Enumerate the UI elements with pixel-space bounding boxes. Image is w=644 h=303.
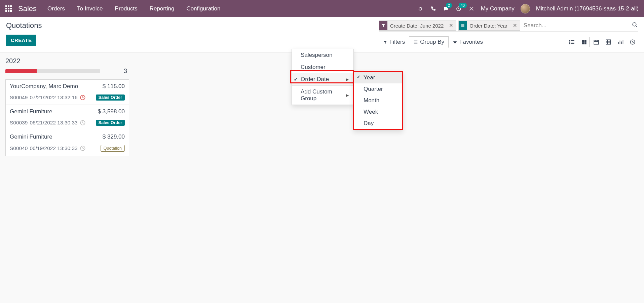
view-list[interactable] bbox=[567, 37, 577, 47]
menu-orders[interactable]: Orders bbox=[47, 5, 65, 12]
kanban-card[interactable]: Gemini Furniture$ 3,598.00 S00039 06/21/… bbox=[6, 105, 129, 130]
svg-point-20 bbox=[569, 40, 570, 41]
groupby-toggle[interactable]: Group By bbox=[409, 36, 449, 48]
control-panel: Quotations CREATE Create Date: June 2022… bbox=[0, 17, 644, 52]
company-switcher[interactable]: My Company bbox=[481, 5, 515, 12]
page-title: Quotations bbox=[6, 21, 42, 30]
view-switcher bbox=[567, 37, 638, 47]
status-badge: Quotation bbox=[101, 145, 125, 152]
top-nav: Sales Orders To Invoice Products Reporti… bbox=[0, 0, 644, 17]
menu-products[interactable]: Products bbox=[115, 5, 138, 12]
activities-icon[interactable]: 40 bbox=[455, 5, 462, 12]
view-activity[interactable] bbox=[627, 37, 638, 47]
groupby-customer[interactable]: Customer bbox=[292, 61, 353, 73]
main-menu: Orders To Invoice Products Reporting Con… bbox=[47, 5, 220, 12]
card-amount: $ 329.00 bbox=[103, 134, 125, 140]
app-brand[interactable]: Sales bbox=[18, 4, 37, 13]
card-date: 06/19/2022 13:30:33 bbox=[30, 145, 77, 151]
messages-icon[interactable]: 2 bbox=[443, 5, 449, 12]
caret-right-icon: ▶ bbox=[346, 77, 349, 82]
nav-right: 2 40 My Company Mitchell Admin (17694536… bbox=[417, 4, 639, 13]
messages-badge: 2 bbox=[446, 3, 452, 8]
facet-remove[interactable]: ✕ bbox=[510, 23, 520, 29]
svg-rect-23 bbox=[582, 40, 584, 42]
facet-order-date[interactable]: Order Date: Year ✕ bbox=[458, 21, 520, 31]
phone-icon[interactable] bbox=[430, 5, 437, 12]
kanban-card[interactable]: YourCompany, Marc Demo$ 115.00 S00049 07… bbox=[6, 80, 129, 105]
svg-point-12 bbox=[633, 23, 636, 26]
filter-icon bbox=[379, 21, 387, 30]
svg-line-13 bbox=[636, 26, 637, 27]
facet-create-date[interactable]: Create Date: June 2022 ✕ bbox=[379, 21, 456, 31]
tools-icon[interactable] bbox=[468, 5, 475, 12]
kanban-count: 3 bbox=[124, 68, 127, 75]
view-calendar[interactable] bbox=[591, 37, 602, 47]
bug-icon[interactable] bbox=[417, 5, 424, 12]
card-customer: Gemini Furniture bbox=[10, 108, 52, 115]
svg-rect-27 bbox=[594, 40, 599, 44]
granularity-month[interactable]: Month bbox=[354, 95, 402, 106]
svg-point-21 bbox=[569, 42, 570, 42]
date-granularity-submenu: ✔Year Quarter Month Week Day bbox=[353, 71, 403, 130]
groupby-salesperson[interactable]: Salesperson bbox=[292, 49, 353, 61]
svg-point-22 bbox=[569, 43, 570, 44]
card-customer: YourCompany, Marc Demo bbox=[10, 83, 78, 90]
facet-remove[interactable]: ✕ bbox=[446, 23, 456, 29]
svg-line-49 bbox=[83, 148, 84, 149]
svg-rect-25 bbox=[582, 42, 584, 44]
card-ref: S00039 bbox=[10, 120, 28, 126]
avatar[interactable] bbox=[521, 4, 530, 13]
card-amount: $ 3,598.00 bbox=[98, 108, 125, 115]
favorites-toggle[interactable]: Favorites bbox=[449, 37, 487, 47]
svg-line-4 bbox=[419, 7, 419, 8]
card-date: 06/21/2022 13:30:33 bbox=[30, 120, 77, 126]
granularity-week[interactable]: Week bbox=[354, 106, 402, 118]
apps-icon[interactable] bbox=[5, 5, 12, 12]
facet-label: Create Date: June 2022 bbox=[387, 23, 446, 29]
status-badge: Sales Order bbox=[96, 94, 125, 101]
menu-reporting[interactable]: Reporting bbox=[150, 5, 175, 12]
filters-toggle[interactable]: Filters bbox=[379, 37, 409, 47]
status-badge: Sales Order bbox=[96, 120, 125, 126]
svg-line-46 bbox=[83, 123, 84, 123]
groupby-dropdown: Salesperson Customer ✔Order Date▶ Add Cu… bbox=[292, 49, 354, 105]
svg-rect-31 bbox=[606, 40, 611, 44]
activities-badge: 40 bbox=[459, 3, 467, 8]
check-icon: ✔ bbox=[357, 74, 361, 79]
search-icon[interactable] bbox=[632, 22, 638, 29]
menu-configuration[interactable]: Configuration bbox=[186, 5, 220, 12]
clock-icon bbox=[80, 120, 86, 126]
user-menu[interactable]: Mitchell Admin (17694536-saas-15-2-all) bbox=[536, 5, 639, 12]
card-ref: S00040 bbox=[10, 145, 28, 151]
groupby-add-custom[interactable]: Add Custom Group▶ bbox=[292, 85, 353, 105]
create-button[interactable]: CREATE bbox=[6, 35, 36, 46]
card-customer: Gemini Furniture bbox=[10, 134, 52, 140]
menu-to-invoice[interactable]: To Invoice bbox=[77, 5, 103, 12]
granularity-year[interactable]: ✔Year bbox=[354, 72, 402, 83]
granularity-day[interactable]: Day bbox=[354, 118, 402, 129]
svg-line-43 bbox=[83, 98, 84, 98]
caret-right-icon: ▶ bbox=[346, 93, 349, 98]
card-date: 07/21/2022 13:32:16 bbox=[30, 94, 77, 101]
groupby-order-date[interactable]: ✔Order Date▶ bbox=[292, 73, 353, 85]
svg-line-5 bbox=[421, 7, 421, 8]
group-icon bbox=[459, 21, 467, 30]
facet-label: Order Date: Year bbox=[467, 23, 510, 29]
view-pivot[interactable] bbox=[603, 37, 614, 47]
search-input[interactable] bbox=[522, 22, 632, 30]
granularity-quarter[interactable]: Quarter bbox=[354, 83, 402, 95]
svg-rect-24 bbox=[584, 40, 586, 42]
card-ref: S00049 bbox=[10, 94, 28, 101]
clock-icon bbox=[80, 94, 86, 101]
kanban-progress-bar[interactable] bbox=[5, 69, 100, 73]
view-kanban[interactable] bbox=[579, 37, 590, 47]
view-graph[interactable] bbox=[615, 37, 626, 47]
svg-rect-26 bbox=[584, 42, 586, 44]
check-icon: ✔ bbox=[294, 77, 298, 82]
opt-row: Filters Group By Favorites bbox=[379, 36, 638, 48]
clock-icon bbox=[80, 145, 86, 151]
card-amount: $ 115.00 bbox=[103, 83, 125, 90]
kanban-column: YourCompany, Marc Demo$ 115.00 S00049 07… bbox=[5, 79, 129, 156]
search-bar: Create Date: June 2022 ✕ Order Date: Yea… bbox=[379, 21, 638, 32]
kanban-card[interactable]: Gemini Furniture$ 329.00 S00040 06/19/20… bbox=[6, 130, 129, 156]
